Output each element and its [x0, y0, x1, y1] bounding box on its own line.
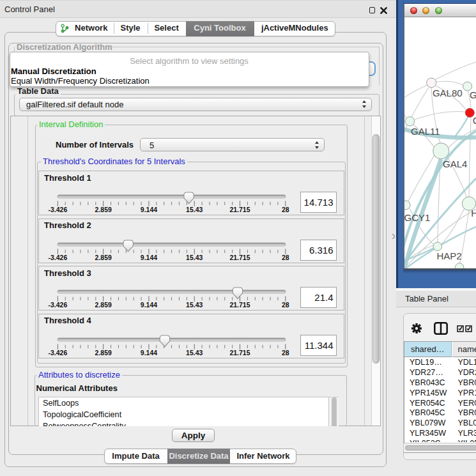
- svg-text:GAL4: GAL4: [443, 158, 467, 169]
- svg-text:28: 28: [282, 206, 289, 213]
- svg-text:15.43: 15.43: [186, 301, 203, 309]
- svg-text:21.715: 21.715: [229, 301, 250, 309]
- svg-text:GAL80: GAL80: [433, 88, 463, 98]
- svg-text:15.43: 15.43: [186, 349, 203, 357]
- svg-text:9.144: 9.144: [141, 206, 157, 213]
- svg-text:21.715: 21.715: [229, 206, 250, 213]
- svg-text:-3.426: -3.426: [49, 349, 68, 357]
- svg-text:-3.426: -3.426: [49, 253, 68, 261]
- svg-text:HO: HO: [471, 208, 476, 219]
- svg-text:9.144: 9.144: [141, 253, 157, 261]
- svg-text:GAL11: GAL11: [411, 126, 440, 137]
- svg-text:21.715: 21.715: [229, 253, 250, 261]
- svg-text:9.144: 9.144: [141, 349, 157, 357]
- svg-text:9.144: 9.144: [141, 301, 157, 309]
- svg-text:28: 28: [282, 253, 289, 261]
- svg-text:-3.426: -3.426: [49, 206, 68, 213]
- svg-text:2.859: 2.859: [95, 253, 112, 261]
- svg-text:GAL3: GAL3: [470, 89, 476, 100]
- svg-text:21.715: 21.715: [229, 349, 250, 357]
- svg-text:CRP1: CRP1: [473, 115, 476, 126]
- svg-text:2.859: 2.859: [95, 206, 112, 213]
- svg-text:15.43: 15.43: [186, 253, 203, 261]
- svg-text:HAP2: HAP2: [437, 250, 462, 261]
- svg-text:28: 28: [282, 349, 289, 357]
- svg-text:GCY1: GCY1: [404, 212, 431, 223]
- svg-text:28: 28: [282, 301, 289, 309]
- svg-text:2.859: 2.859: [95, 349, 112, 357]
- svg-text:-3.426: -3.426: [49, 301, 68, 309]
- svg-text:2.859: 2.859: [95, 301, 112, 309]
- svg-text:15.43: 15.43: [186, 206, 203, 213]
